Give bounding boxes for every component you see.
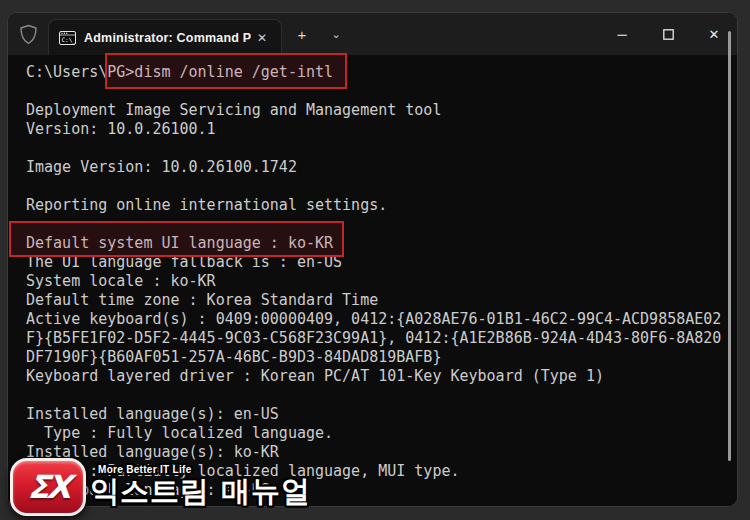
terminal-line: Image Version: 10.0.26100.1742 (26, 158, 737, 177)
terminal-line: Type : Fully localized language. (26, 424, 737, 443)
terminal-line: C:\Users\PG>dism /online /get-intl (26, 63, 737, 82)
terminal-line (26, 386, 737, 405)
terminal-line (26, 215, 737, 234)
tab-close-icon[interactable]: ✕ (251, 27, 273, 49)
terminal-window: C:\_ Administrator: Command Pro ✕ + ⌄ ─ … (7, 12, 738, 507)
brand-logo-icon: ΣX (10, 458, 86, 516)
svg-text:C:\_: C:\_ (62, 36, 77, 44)
terminal-line: Default system UI language : ko-KR (26, 234, 737, 253)
terminal-line (26, 139, 737, 158)
brand-logo-glyph: ΣX (26, 468, 69, 506)
terminal-line (26, 177, 737, 196)
tab-dropdown-button[interactable]: ⌄ (322, 20, 350, 48)
window-controls: ─ ✕ (599, 13, 737, 55)
terminal-line: F}{B5FE1F02-D5F2-4445-9C03-C568F23C99A1}… (26, 329, 737, 348)
terminal-line: Installed language(s): en-US (26, 405, 737, 424)
terminal-line: System locale : ko-KR (26, 272, 737, 291)
minimize-button[interactable]: ─ (599, 13, 645, 55)
tab-title: Administrator: Command Pro (84, 31, 251, 45)
terminal-line: Version: 10.0.26100.1 (26, 120, 737, 139)
terminal-line: The UI language fallback is : en-US (26, 253, 737, 272)
tab-administrator-command-prompt[interactable]: C:\_ Administrator: Command Pro ✕ (48, 19, 282, 55)
terminal-output[interactable]: C:\Users\PG>dism /online /get-intlDeploy… (8, 55, 737, 506)
terminal-line: Active keyboard(s) : 0409:00000409, 0412… (26, 310, 737, 329)
maximize-icon (663, 29, 674, 40)
cmd-icon: C:\_ (59, 31, 76, 45)
terminal-line: DF7190F}{B60AF051-257A-46BC-B9D3-84DAD81… (26, 348, 737, 367)
terminal-line: Default time zone : Korea Standard Time (26, 291, 737, 310)
brand-text: More Better IT Life 익스트림 매뉴얼 (90, 458, 311, 516)
terminal-line: Deployment Image Servicing and Managemen… (26, 101, 737, 120)
site-watermark: ΣX More Better IT Life 익스트림 매뉴얼 (10, 458, 311, 516)
new-tab-button[interactable]: + (288, 20, 316, 48)
terminal-line: Keyboard layered driver : Korean PC/AT 1… (26, 367, 737, 386)
maximize-button[interactable] (645, 13, 691, 55)
scrollbar-thumb[interactable] (728, 31, 731, 461)
terminal-line (26, 82, 737, 101)
brand-name: 익스트림 매뉴얼 (90, 476, 311, 506)
titlebar: C:\_ Administrator: Command Pro ✕ + ⌄ ─ … (8, 13, 737, 55)
terminal-line: Reporting online international settings. (26, 196, 737, 215)
admin-shield-icon (8, 24, 48, 45)
